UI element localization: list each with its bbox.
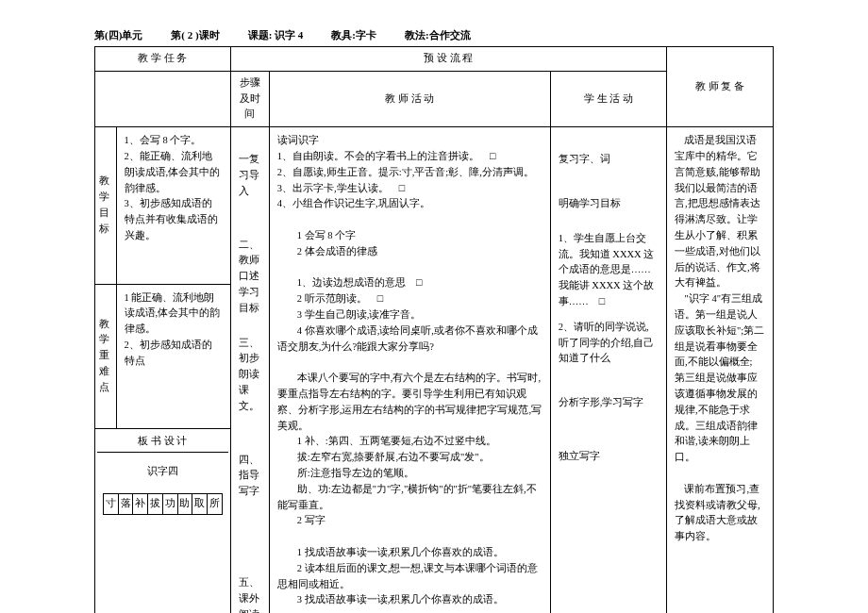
t-s5b: 2 读本组后面的课文,想一想,课文与本课哪个词语的意思相同或相近。 [277, 561, 542, 593]
t-s3b: 2 听示范朗读。 □ [277, 291, 542, 307]
t-s4b: 1 补、:第四、五两笔要短,右边不过竖中线。 [277, 434, 542, 450]
col-flow-header: 预 设 流 程 [230, 47, 666, 72]
board-c3: 补 [133, 494, 148, 515]
board-design-cell: 板 书 设 计 识字四 寸 落 补 拔 功 助 取 所 [95, 428, 231, 613]
board-c2: 落 [118, 494, 133, 515]
col-step-header: 步骤及时间 [230, 71, 269, 126]
st-3b: 独立写字 [559, 449, 659, 465]
goal-l1: 1、会写 8 个字。 [125, 133, 223, 149]
board-c5: 功 [162, 494, 177, 515]
goal-l2: 2、能正确、流利地朗读成语,体会其中的韵律感。 [125, 149, 223, 196]
header-topic: 课题: 识字 4 [248, 28, 304, 42]
t-s4c: 拔:左窄右宽,捺要舒展,右边不要写成"发"。 [277, 450, 542, 466]
t-s3d: 4 你喜欢哪个成语,读给同桌听,或者你不喜欢和哪个成语交朋友,为什么?能跟大家分… [277, 323, 542, 356]
st-2b: 2、请听的同学说说,听了同学的介绍,自己知道了什么 [559, 320, 659, 367]
step-2: 二、教师口述学习目标 [239, 238, 261, 317]
t-s3c: 3 学生自己朗读,读准字音。 [277, 307, 542, 323]
header-method: 教法:合作交流 [405, 28, 471, 42]
t-s4a: 本课八个要写的字中,有六个是左右结构的字。书写时,要重点指导左右结构的字。要引导… [277, 371, 542, 434]
t-s1d: 3、出示字卡,学生认读。 □ [277, 181, 542, 197]
col-task-header: 教 学 任 务 [95, 47, 231, 72]
t-s1c: 2、自愿读,师生正音。提示:寸,平舌音;彰、障,分清声调。 [277, 165, 542, 181]
col-teacher-header: 教 师 活 动 [269, 71, 550, 126]
lesson-plan-table: 教 学 任 务 预 设 流 程 教 师 复 备 步骤及时间 教 师 活 动 学 … [94, 46, 774, 613]
notes-column: 成语是我国汉语宝库中的精华。它言简意赅,能够帮助我们以最简洁的语言,把思想感情表… [666, 127, 773, 613]
col-student-header: 学 生 活 动 [550, 71, 666, 126]
t-s4f: 2 写字 [277, 513, 542, 529]
board-char-table: 寸 落 补 拔 功 助 取 所 [103, 493, 223, 515]
kp-l2: 2、初步感知成语的特点 [125, 338, 223, 370]
header-tool: 教具:字卡 [331, 28, 376, 42]
header-period: 第( 2 )课时 [171, 28, 219, 42]
step-1: 一复习导入 [239, 152, 261, 199]
step-5: 五、课外阅读指导 [239, 575, 261, 613]
st-3a: 分析字形,学习写字 [559, 395, 659, 411]
col-notes-header: 教 师 复 备 [666, 47, 773, 127]
header-unit: 第(四)单元 [94, 28, 142, 42]
t-s5a: 1 找成语故事读一读,积累几个你喜欢的成语。 [277, 545, 542, 561]
notes-p1: 成语是我国汉语宝库中的精华。它言简意赅,能够帮助我们以最简洁的语言,把思想感情表… [675, 133, 765, 291]
t-s1b: 1、自由朗读。不会的字看书上的注音拼读。 □ [277, 149, 542, 165]
keypoint-content: 1 能正确、流利地朗读成语,体会其中的韵律感。 2、初步感知成语的特点 [116, 284, 230, 428]
board-header: 板 书 设 计 [97, 431, 228, 454]
goal-l3: 3、初步感知成语的特点并有收集成语的兴趣。 [125, 196, 223, 243]
board-title: 识字四 [103, 456, 223, 488]
kp-l1: 1 能正确、流利地朗读成语,体会其中的韵律感。 [125, 290, 223, 338]
teacher-column: 读词识字 1、自由朗读。不会的字看书上的注音拼读。 □ 2、自愿读,师生正音。提… [269, 127, 550, 613]
board-c6: 助 [177, 494, 192, 515]
t-s2a: 1 会写 8 个字 [277, 228, 542, 244]
notes-p3: 课前布置预习,查找资料或请教父母,了解成语大意或故事内容。 [675, 482, 765, 545]
notes-p2: "识字 4"有三组成语。第一组是说人应该取长补短";第二组是说看事物要全面,不能… [675, 291, 765, 466]
st-2a: 1、学生自愿上台交流。我知道 XXXX 这个成语的意思是…… 我能讲 XXXX … [559, 231, 659, 310]
step-3: 三、初步朗读课文。 [239, 336, 261, 415]
t-s4e: 助、功:左边都是"力"字,"横折钩"的"折"笔要往左斜,不能写垂直。 [277, 482, 542, 514]
student-column: 复习字、词 明确学习目标 1、学生自愿上台交流。我知道 XXXX 这个成语的意思… [550, 127, 666, 613]
t-s1e: 4、小组合作识记生字,巩固认字。 [277, 196, 542, 212]
st-1a: 复习字、词 [559, 152, 659, 168]
board-c7: 取 [192, 494, 208, 515]
board-c8: 所 [208, 494, 223, 515]
st-1b: 明确学习目标 [559, 196, 659, 212]
board-c1: 寸 [104, 494, 119, 515]
goal-content: 1、会写 8 个字。 2、能正确、流利地朗读成语,体会其中的韵律感。 3、初步感… [116, 127, 230, 284]
step-4: 四、指导写字 [239, 453, 261, 500]
t-s2b: 2 体会成语的律感 [277, 244, 542, 260]
t-s4d: 所:注意指导左边的笔顺。 [277, 466, 542, 482]
steps-column: 一复习导入 二、教师口述学习目标 三、初步朗读课文。 四、指导写字 五、课外阅读… [230, 127, 269, 613]
goal-cell-wrapper [95, 71, 231, 126]
board-c4: 拔 [148, 494, 163, 515]
t-s5c: 3 找成语故事读一读,积累几个你喜欢的成语。 [277, 592, 542, 608]
t-s3a: 1、边读边想成语的意思 □ [277, 275, 542, 291]
keypoint-label: 教学重难点 [95, 284, 117, 428]
t-s1a: 读词识字 [277, 133, 542, 149]
goal-label: 教学目标 [95, 127, 117, 284]
